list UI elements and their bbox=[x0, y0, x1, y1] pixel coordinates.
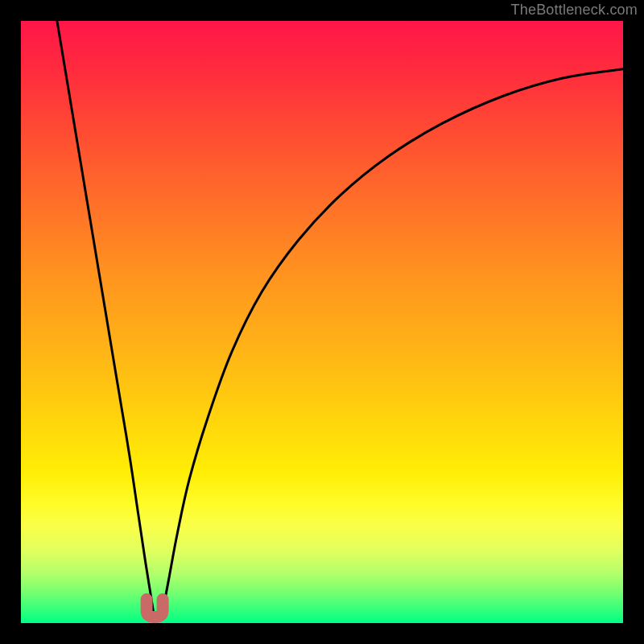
series-left-branch bbox=[57, 21, 154, 616]
min-u-marker bbox=[147, 600, 163, 617]
chart-svg bbox=[21, 21, 623, 623]
watermark-text: TheBottleneck.com bbox=[511, 2, 638, 19]
series-right-branch bbox=[162, 69, 623, 616]
chart-frame: TheBottleneck.com bbox=[0, 0, 644, 644]
plot-area bbox=[21, 21, 623, 623]
